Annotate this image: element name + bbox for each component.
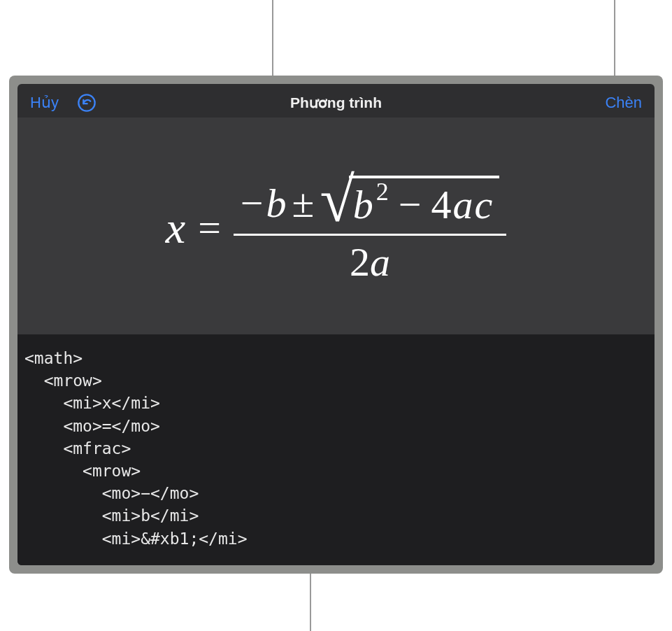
eq-equals-sign: = <box>198 204 221 251</box>
header-bar: Hủy Phương trình Chèn <box>17 84 655 118</box>
eq-exponent-2: 2 <box>376 177 389 206</box>
equation-preview: x = − b ± √ b 2 − 4 <box>17 118 655 334</box>
eq-den-two: 2 <box>350 239 370 285</box>
eq-denominator: 2 a <box>350 236 390 285</box>
eq-c: c <box>475 181 493 228</box>
dialog-title: Phương trình <box>290 94 382 111</box>
undo-icon <box>77 93 96 113</box>
eq-a: a <box>453 181 473 228</box>
eq-minus: − <box>399 181 422 228</box>
eq-fraction: − b ± √ b 2 − 4 a c <box>234 171 506 285</box>
eq-sqrt: √ b 2 − 4 a c <box>320 171 499 228</box>
eq-negative-sign: − <box>241 180 264 227</box>
eq-b-squared-base: b <box>353 181 373 228</box>
callout-line-code <box>310 574 311 631</box>
eq-radicand: b 2 − 4 a c <box>349 176 499 228</box>
callout-line-insert <box>614 0 615 76</box>
sqrt-radical-icon: √ <box>320 175 354 232</box>
eq-b: b <box>266 180 287 227</box>
eq-plus-minus: ± <box>292 180 315 227</box>
window-inner: Hủy Phương trình Chèn x = − b ± <box>17 84 655 565</box>
eq-variable-x: x <box>166 202 185 254</box>
undo-button[interactable] <box>76 92 98 114</box>
cancel-button[interactable]: Hủy <box>30 94 59 112</box>
eq-den-a: a <box>370 239 390 285</box>
equation-editor-window: Hủy Phương trình Chèn x = − b ± <box>9 76 663 574</box>
insert-button[interactable]: Chèn <box>605 94 642 112</box>
mathml-code-input[interactable]: <math> <mrow> <mi>x</mi> <mo>=</mo> <mfr… <box>17 334 655 565</box>
eq-four: 4 <box>431 181 452 228</box>
rendered-equation: x = − b ± √ b 2 − 4 <box>166 171 507 285</box>
eq-numerator: − b ± √ b 2 − 4 a c <box>234 171 506 234</box>
